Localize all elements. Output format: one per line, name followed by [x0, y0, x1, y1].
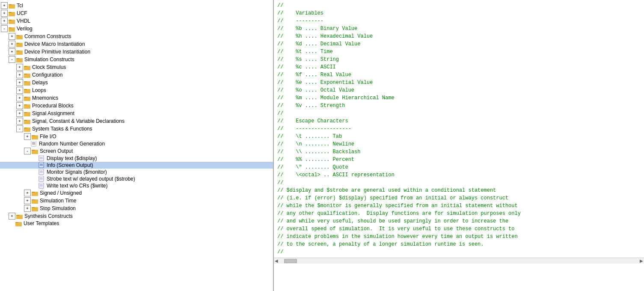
tree-item-mnemonics[interactable]: + Mnemonics	[0, 94, 273, 102]
svg-rect-20	[16, 51, 23, 55]
toggle-common-constructs[interactable]: +	[9, 33, 15, 40]
tree-label-user-templates: User Templates	[24, 220, 59, 226]
toggle-clock-stimulus[interactable]: +	[16, 64, 23, 71]
tree-item-verilog[interactable]: - Verilog	[0, 25, 273, 33]
toggle-signal-constant[interactable]: +	[16, 118, 23, 125]
toggle-signal-assignment[interactable]: +	[16, 110, 23, 117]
toggle-synthesis-constructs[interactable]: +	[9, 213, 15, 220]
tree-label-signal-assignment: Signal Assignment	[32, 110, 74, 116]
file-icon-monitor-signals	[39, 169, 45, 175]
folder-icon-device-macro	[16, 42, 23, 47]
tree-item-write-text[interactable]: Write text w/o CRs ($write)	[0, 182, 273, 189]
tree-item-signed-unsigned[interactable]: + Signed / Unsigned	[0, 189, 273, 197]
tree-item-strobe-text[interactable]: Strobe text w/ delayed output ($strobe)	[0, 175, 273, 182]
tree-item-simulation-constructs[interactable]: - Simulation Constructs	[0, 56, 273, 63]
toggle-stop-simulation[interactable]: +	[24, 205, 31, 212]
toggle-vhdl[interactable]: +	[1, 18, 8, 24]
folder-icon-configuration	[24, 72, 31, 77]
folder-icon-stop-simulation	[32, 206, 39, 211]
folder-icon-signed-unsigned	[32, 190, 39, 196]
tree-label-vhdl: VHDL	[17, 18, 30, 24]
toggle-ucf[interactable]: +	[1, 10, 8, 17]
svg-rect-87	[32, 200, 38, 204]
tree-label-strobe-text: Strobe text w/ delayed output ($strobe)	[47, 176, 135, 182]
tree-label-verilog: Verilog	[17, 26, 33, 32]
tree-label-info-screen: Info (Screen Output)	[47, 162, 93, 168]
horizontal-scrollbar[interactable]: ◀ ▶	[274, 258, 644, 264]
toggle-file-io[interactable]: +	[24, 133, 31, 140]
tree-item-display-text[interactable]: Display text ($display)	[0, 155, 273, 162]
toggle-simulation-time[interactable]: +	[24, 197, 31, 204]
tree-item-signal-constant[interactable]: + Signal, Constant & Variable Declaratio…	[0, 117, 273, 125]
file-icon-write-text	[39, 183, 45, 189]
toggle-simulation-constructs[interactable]: -	[9, 56, 15, 63]
toggle-device-macro[interactable]: +	[9, 41, 15, 48]
folder-icon-file-io	[32, 134, 39, 139]
svg-rect-93	[16, 216, 23, 219]
toggle-screen-output[interactable]: -	[24, 148, 31, 154]
tree-label-mnemonics: Mnemonics	[32, 95, 58, 101]
tree-item-device-primitive[interactable]: + Device Primitive Instantiation	[0, 48, 273, 56]
svg-rect-47	[24, 121, 30, 124]
folder-icon-vhdl	[9, 18, 15, 24]
tree-label-signal-constant: Signal, Constant & Variable Declarations	[32, 118, 125, 124]
svg-rect-14	[16, 36, 23, 39]
toggle-delays[interactable]: +	[16, 79, 23, 86]
tree-item-user-templates[interactable]: User Templates	[0, 220, 273, 227]
tree-label-tcl: Tcl	[17, 3, 23, 9]
tree-item-system-tasks[interactable]: - System Tasks & Functions	[0, 125, 273, 133]
toggle-procedural-blocks[interactable]: +	[16, 102, 23, 109]
file-icon-random-number	[31, 141, 38, 147]
toggle-tcl[interactable]: +	[1, 2, 8, 9]
tree-item-info-screen[interactable]: Info (Screen Output)	[0, 162, 273, 169]
tree-item-screen-output[interactable]: - Screen Output	[0, 147, 273, 155]
folder-icon-tcl	[9, 3, 15, 8]
tree-item-signal-assignment[interactable]: + Signal Assignment	[0, 110, 273, 117]
tree-item-configuration[interactable]: + Configuration	[0, 71, 273, 79]
toggle-signed-unsigned[interactable]: +	[24, 190, 31, 196]
scroll-thumb[interactable]	[284, 259, 297, 263]
tree-item-ucf[interactable]: + UCF	[0, 9, 273, 17]
tree-panel[interactable]: + Tcl + UCF + VHDL - Verilog + Common C	[0, 0, 274, 291]
toggle-verilog[interactable]: -	[1, 25, 8, 32]
tree-item-stop-simulation[interactable]: + Stop Simulation	[0, 205, 273, 212]
tree-item-procedural-blocks[interactable]: + Procedural Blocks	[0, 102, 273, 110]
svg-rect-61	[32, 151, 38, 154]
folder-icon-signal-constant	[24, 119, 31, 124]
tree-item-random-number[interactable]: Random Number Generation	[0, 140, 273, 147]
tree-label-common-constructs: Common Constructs	[24, 33, 71, 39]
toggle-configuration[interactable]: +	[16, 71, 23, 78]
tree-item-device-macro[interactable]: + Device Macro Instantiation	[0, 40, 273, 48]
tree-item-simulation-time[interactable]: + Simulation Time	[0, 197, 273, 205]
folder-icon-device-primitive	[16, 49, 23, 54]
tree-label-ucf: UCF	[17, 10, 27, 16]
tree-item-delays[interactable]: + Delays	[0, 79, 273, 86]
tree-item-common-constructs[interactable]: + Common Constructs	[0, 33, 273, 40]
tree-item-file-io[interactable]: + File I/O	[0, 133, 273, 140]
folder-icon-signal-assignment	[24, 111, 31, 116]
toggle-mnemonics[interactable]: +	[16, 95, 23, 101]
tree-item-vhdl[interactable]: + VHDL	[0, 17, 273, 25]
tree-item-synthesis-constructs[interactable]: + Synthesis Constructs	[0, 212, 273, 220]
tree-label-monitor-signals: Monitor Signals ($monitor)	[47, 169, 107, 175]
left-arrow[interactable]: ◀	[275, 258, 278, 263]
svg-rect-32	[24, 82, 30, 86]
tree-item-monitor-signals[interactable]: Monitor Signals ($monitor)	[0, 169, 273, 175]
svg-rect-35	[24, 90, 30, 93]
tree-label-synthesis-constructs: Synthesis Constructs	[24, 213, 73, 219]
tree-label-loops: Loops	[32, 87, 46, 93]
toggle-loops[interactable]: +	[16, 87, 23, 94]
tree-item-tcl[interactable]: + Tcl	[0, 2, 273, 9]
tree-label-device-primitive: Device Primitive Instantiation	[24, 49, 90, 55]
folder-icon-synthesis-constructs	[16, 214, 23, 219]
toggle-device-primitive[interactable]: +	[9, 48, 15, 55]
toggle-system-tasks[interactable]: -	[16, 125, 23, 132]
svg-rect-90	[32, 208, 38, 211]
tree-label-write-text: Write text w/o CRs ($write)	[47, 183, 107, 189]
tree-item-clock-stimulus[interactable]: + Clock Stimulus	[0, 63, 273, 71]
right-arrow[interactable]: ▶	[640, 258, 643, 263]
tree-item-loops[interactable]: + Loops	[0, 86, 273, 94]
tree-label-procedural-blocks: Procedural Blocks	[32, 103, 74, 109]
file-icon-strobe-text	[39, 176, 45, 182]
folder-icon-clock-stimulus	[24, 65, 31, 70]
